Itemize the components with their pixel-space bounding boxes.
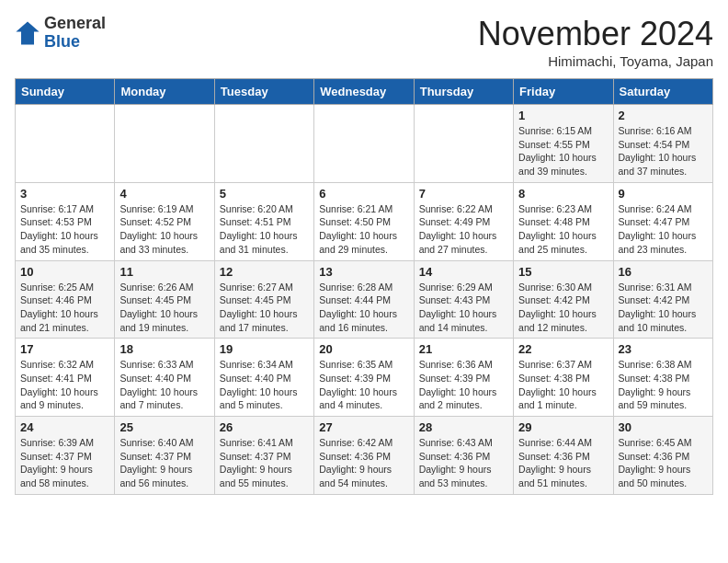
day-info: Sunrise: 6:15 AM Sunset: 4:55 PM Dayligh… <box>518 125 597 177</box>
calendar-cell: 12Sunrise: 6:27 AM Sunset: 4:45 PM Dayli… <box>214 260 313 339</box>
day-number: 13 <box>319 265 408 279</box>
calendar-cell: 14Sunrise: 6:29 AM Sunset: 4:43 PM Dayli… <box>414 260 513 339</box>
calendar-cell: 25Sunrise: 6:40 AM Sunset: 4:37 PM Dayli… <box>115 417 214 495</box>
day-number: 25 <box>119 420 209 434</box>
weekday-header-monday: Monday <box>115 79 214 105</box>
calendar-cell: 9Sunrise: 6:24 AM Sunset: 4:47 PM Daylig… <box>613 182 712 260</box>
calendar-cell: 1Sunrise: 6:15 AM Sunset: 4:55 PM Daylig… <box>514 105 613 183</box>
day-info: Sunrise: 6:28 AM Sunset: 4:44 PM Dayligh… <box>319 282 397 333</box>
day-info: Sunrise: 6:29 AM Sunset: 4:43 PM Dayligh… <box>419 282 497 333</box>
day-number: 21 <box>419 342 508 356</box>
calendar-cell: 28Sunrise: 6:43 AM Sunset: 4:36 PM Dayli… <box>414 417 513 495</box>
day-info: Sunrise: 6:19 AM Sunset: 4:52 PM Dayligh… <box>119 203 198 255</box>
calendar-cell <box>314 105 414 183</box>
day-number: 24 <box>20 420 109 434</box>
calendar-cell: 20Sunrise: 6:35 AM Sunset: 4:39 PM Dayli… <box>314 339 414 417</box>
page-header: General Blue November 2024 Himimachi, To… <box>15 15 713 69</box>
calendar-cell <box>115 105 214 183</box>
calendar-cell <box>16 105 115 183</box>
week-row-2: 3Sunrise: 6:17 AM Sunset: 4:53 PM Daylig… <box>16 182 713 260</box>
day-info: Sunrise: 6:40 AM Sunset: 4:37 PM Dayligh… <box>119 437 193 488</box>
day-info: Sunrise: 6:17 AM Sunset: 4:53 PM Dayligh… <box>20 203 98 255</box>
day-number: 23 <box>619 342 708 356</box>
calendar-cell: 23Sunrise: 6:38 AM Sunset: 4:38 PM Dayli… <box>613 339 712 417</box>
title-area: November 2024 Himimachi, Toyama, Japan <box>478 15 713 69</box>
day-info: Sunrise: 6:35 AM Sunset: 4:39 PM Dayligh… <box>319 359 397 410</box>
logo: General Blue <box>15 15 106 52</box>
day-info: Sunrise: 6:25 AM Sunset: 4:46 PM Dayligh… <box>20 282 98 333</box>
day-info: Sunrise: 6:33 AM Sunset: 4:40 PM Dayligh… <box>119 359 198 410</box>
calendar-cell: 15Sunrise: 6:30 AM Sunset: 4:42 PM Dayli… <box>514 260 613 339</box>
calendar-cell: 22Sunrise: 6:37 AM Sunset: 4:38 PM Dayli… <box>514 339 613 417</box>
calendar-cell: 21Sunrise: 6:36 AM Sunset: 4:39 PM Dayli… <box>414 339 513 417</box>
weekday-header-sunday: Sunday <box>16 79 115 105</box>
day-info: Sunrise: 6:22 AM Sunset: 4:49 PM Dayligh… <box>419 203 497 255</box>
week-row-1: 1Sunrise: 6:15 AM Sunset: 4:55 PM Daylig… <box>16 105 713 183</box>
calendar-cell: 10Sunrise: 6:25 AM Sunset: 4:46 PM Dayli… <box>16 260 115 339</box>
calendar-cell: 3Sunrise: 6:17 AM Sunset: 4:53 PM Daylig… <box>16 182 115 260</box>
calendar-cell: 5Sunrise: 6:20 AM Sunset: 4:51 PM Daylig… <box>214 182 313 260</box>
day-info: Sunrise: 6:24 AM Sunset: 4:47 PM Dayligh… <box>619 203 697 255</box>
day-number: 16 <box>619 265 708 279</box>
day-number: 20 <box>319 342 408 356</box>
day-number: 18 <box>119 342 209 356</box>
day-number: 6 <box>319 187 408 201</box>
day-number: 19 <box>220 342 309 356</box>
day-info: Sunrise: 6:23 AM Sunset: 4:48 PM Dayligh… <box>518 203 597 255</box>
day-number: 30 <box>619 420 708 434</box>
day-number: 9 <box>619 187 708 201</box>
calendar-cell: 17Sunrise: 6:32 AM Sunset: 4:41 PM Dayli… <box>16 339 115 417</box>
month-title: November 2024 <box>478 15 713 53</box>
calendar-cell: 29Sunrise: 6:44 AM Sunset: 4:36 PM Dayli… <box>514 417 613 495</box>
weekday-header-row: SundayMondayTuesdayWednesdayThursdayFrid… <box>16 79 713 105</box>
day-info: Sunrise: 6:34 AM Sunset: 4:40 PM Dayligh… <box>220 359 298 410</box>
calendar-cell: 27Sunrise: 6:42 AM Sunset: 4:36 PM Dayli… <box>314 417 414 495</box>
day-info: Sunrise: 6:31 AM Sunset: 4:42 PM Dayligh… <box>619 282 697 333</box>
calendar-cell: 24Sunrise: 6:39 AM Sunset: 4:37 PM Dayli… <box>16 417 115 495</box>
weekday-header-tuesday: Tuesday <box>214 79 313 105</box>
weekday-header-friday: Friday <box>514 79 613 105</box>
day-number: 1 <box>518 109 608 122</box>
calendar-cell: 2Sunrise: 6:16 AM Sunset: 4:54 PM Daylig… <box>613 105 712 183</box>
day-info: Sunrise: 6:16 AM Sunset: 4:54 PM Dayligh… <box>619 125 697 177</box>
day-number: 22 <box>518 342 608 356</box>
day-number: 29 <box>518 420 608 434</box>
week-row-5: 24Sunrise: 6:39 AM Sunset: 4:37 PM Dayli… <box>16 417 713 495</box>
calendar-cell: 6Sunrise: 6:21 AM Sunset: 4:50 PM Daylig… <box>314 182 414 260</box>
calendar-cell: 11Sunrise: 6:26 AM Sunset: 4:45 PM Dayli… <box>115 260 214 339</box>
day-info: Sunrise: 6:43 AM Sunset: 4:36 PM Dayligh… <box>419 437 493 488</box>
day-number: 28 <box>419 420 508 434</box>
week-row-3: 10Sunrise: 6:25 AM Sunset: 4:46 PM Dayli… <box>16 260 713 339</box>
day-number: 11 <box>119 265 209 279</box>
calendar-cell: 13Sunrise: 6:28 AM Sunset: 4:44 PM Dayli… <box>314 260 414 339</box>
day-number: 12 <box>220 265 309 279</box>
calendar-cell: 18Sunrise: 6:33 AM Sunset: 4:40 PM Dayli… <box>115 339 214 417</box>
day-info: Sunrise: 6:30 AM Sunset: 4:42 PM Dayligh… <box>518 282 597 333</box>
day-number: 26 <box>220 420 309 434</box>
location-subtitle: Himimachi, Toyama, Japan <box>478 53 713 69</box>
day-number: 15 <box>518 265 608 279</box>
day-number: 4 <box>119 187 209 201</box>
week-row-4: 17Sunrise: 6:32 AM Sunset: 4:41 PM Dayli… <box>16 339 713 417</box>
day-info: Sunrise: 6:26 AM Sunset: 4:45 PM Dayligh… <box>119 282 198 333</box>
day-info: Sunrise: 6:27 AM Sunset: 4:45 PM Dayligh… <box>220 282 298 333</box>
day-info: Sunrise: 6:32 AM Sunset: 4:41 PM Dayligh… <box>20 359 98 410</box>
day-number: 2 <box>619 109 708 122</box>
calendar-cell: 26Sunrise: 6:41 AM Sunset: 4:37 PM Dayli… <box>214 417 313 495</box>
day-number: 14 <box>419 265 508 279</box>
day-info: Sunrise: 6:38 AM Sunset: 4:38 PM Dayligh… <box>619 359 692 410</box>
calendar-table: SundayMondayTuesdayWednesdayThursdayFrid… <box>15 78 713 495</box>
calendar-cell <box>214 105 313 183</box>
calendar-cell: 30Sunrise: 6:45 AM Sunset: 4:36 PM Dayli… <box>613 417 712 495</box>
weekday-header-wednesday: Wednesday <box>314 79 414 105</box>
day-info: Sunrise: 6:45 AM Sunset: 4:36 PM Dayligh… <box>619 437 692 488</box>
day-info: Sunrise: 6:21 AM Sunset: 4:50 PM Dayligh… <box>319 203 397 255</box>
day-number: 10 <box>20 265 109 279</box>
day-info: Sunrise: 6:42 AM Sunset: 4:36 PM Dayligh… <box>319 437 392 488</box>
day-info: Sunrise: 6:36 AM Sunset: 4:39 PM Dayligh… <box>419 359 497 410</box>
day-number: 27 <box>319 420 408 434</box>
calendar-cell: 7Sunrise: 6:22 AM Sunset: 4:49 PM Daylig… <box>414 182 513 260</box>
day-number: 17 <box>20 342 109 356</box>
calendar-cell <box>414 105 513 183</box>
day-info: Sunrise: 6:41 AM Sunset: 4:37 PM Dayligh… <box>220 437 293 488</box>
